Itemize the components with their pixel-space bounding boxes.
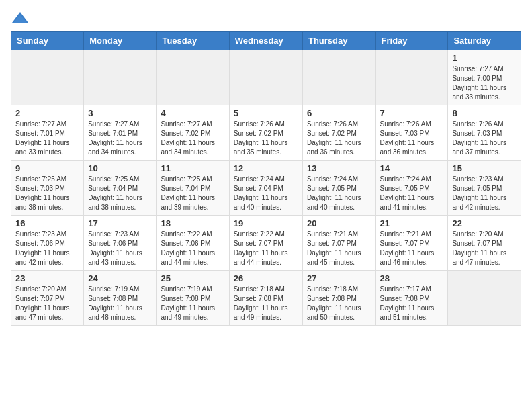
day-cell: 23Sunrise: 7:20 AMSunset: 7:07 PMDayligh… xyxy=(11,271,84,326)
day-info: Sunrise: 7:27 AMSunset: 7:00 PMDaylight:… xyxy=(452,64,517,102)
day-number: 15 xyxy=(452,163,517,173)
week-row-4: 16Sunrise: 7:23 AMSunset: 7:06 PMDayligh… xyxy=(11,216,521,271)
day-cell: 8Sunrise: 7:26 AMSunset: 7:03 PMDaylight… xyxy=(448,105,521,161)
day-number: 1 xyxy=(452,53,517,63)
header-sunday: Sunday xyxy=(11,32,84,50)
day-cell: 3Sunrise: 7:27 AMSunset: 7:01 PMDaylight… xyxy=(84,105,157,161)
day-number: 13 xyxy=(307,163,371,173)
day-number: 14 xyxy=(380,163,444,173)
header-monday: Monday xyxy=(84,32,157,50)
day-number: 7 xyxy=(380,108,444,118)
week-row-3: 9Sunrise: 7:25 AMSunset: 7:03 PMDaylight… xyxy=(11,161,521,216)
day-info: Sunrise: 7:24 AMSunset: 7:04 PMDaylight:… xyxy=(234,175,298,212)
day-number: 23 xyxy=(15,273,79,283)
day-number: 21 xyxy=(380,218,444,228)
day-cell xyxy=(84,50,157,105)
day-cell: 18Sunrise: 7:22 AMSunset: 7:06 PMDayligh… xyxy=(157,216,229,271)
day-number: 27 xyxy=(307,273,371,283)
day-info: Sunrise: 7:27 AMSunset: 7:01 PMDaylight:… xyxy=(88,120,152,157)
day-number: 4 xyxy=(161,108,224,118)
day-number: 11 xyxy=(161,163,224,173)
day-info: Sunrise: 7:19 AMSunset: 7:08 PMDaylight:… xyxy=(88,285,152,322)
day-number: 17 xyxy=(88,218,152,228)
day-cell xyxy=(157,50,229,105)
day-info: Sunrise: 7:26 AMSunset: 7:03 PMDaylight:… xyxy=(452,120,517,157)
day-info: Sunrise: 7:21 AMSunset: 7:07 PMDaylight:… xyxy=(380,230,444,267)
week-row-5: 23Sunrise: 7:20 AMSunset: 7:07 PMDayligh… xyxy=(11,271,521,326)
day-cell xyxy=(11,50,84,105)
day-number: 8 xyxy=(452,108,517,118)
day-number: 12 xyxy=(234,163,298,173)
day-cell: 12Sunrise: 7:24 AMSunset: 7:04 PMDayligh… xyxy=(229,161,302,216)
day-info: Sunrise: 7:20 AMSunset: 7:07 PMDaylight:… xyxy=(15,285,79,322)
day-cell: 4Sunrise: 7:27 AMSunset: 7:02 PMDaylight… xyxy=(157,105,229,161)
day-info: Sunrise: 7:26 AMSunset: 7:03 PMDaylight:… xyxy=(380,120,444,157)
day-info: Sunrise: 7:23 AMSunset: 7:06 PMDaylight:… xyxy=(15,230,79,267)
day-info: Sunrise: 7:24 AMSunset: 7:05 PMDaylight:… xyxy=(307,175,371,212)
day-cell: 7Sunrise: 7:26 AMSunset: 7:03 PMDaylight… xyxy=(375,105,448,161)
day-number: 20 xyxy=(307,218,371,228)
header-friday: Friday xyxy=(375,32,448,50)
day-cell: 20Sunrise: 7:21 AMSunset: 7:07 PMDayligh… xyxy=(302,216,375,271)
logo xyxy=(11,11,32,26)
day-number: 2 xyxy=(15,108,79,118)
day-info: Sunrise: 7:25 AMSunset: 7:04 PMDaylight:… xyxy=(161,175,224,212)
day-number: 3 xyxy=(88,108,152,118)
day-cell xyxy=(229,50,302,105)
day-cell: 17Sunrise: 7:23 AMSunset: 7:06 PMDayligh… xyxy=(84,216,157,271)
day-info: Sunrise: 7:24 AMSunset: 7:05 PMDaylight:… xyxy=(380,175,444,212)
header-thursday: Thursday xyxy=(302,32,375,50)
day-cell: 26Sunrise: 7:18 AMSunset: 7:08 PMDayligh… xyxy=(229,271,302,326)
day-cell: 21Sunrise: 7:21 AMSunset: 7:07 PMDayligh… xyxy=(375,216,448,271)
day-number: 26 xyxy=(234,273,298,283)
day-cell: 24Sunrise: 7:19 AMSunset: 7:08 PMDayligh… xyxy=(84,271,157,326)
day-cell: 10Sunrise: 7:25 AMSunset: 7:04 PMDayligh… xyxy=(84,161,157,216)
day-number: 19 xyxy=(234,218,298,228)
day-info: Sunrise: 7:18 AMSunset: 7:08 PMDaylight:… xyxy=(234,285,298,322)
day-cell: 19Sunrise: 7:22 AMSunset: 7:07 PMDayligh… xyxy=(229,216,302,271)
day-info: Sunrise: 7:22 AMSunset: 7:07 PMDaylight:… xyxy=(234,230,298,267)
day-number: 18 xyxy=(161,218,224,228)
header-tuesday: Tuesday xyxy=(157,32,229,50)
day-cell: 2Sunrise: 7:27 AMSunset: 7:01 PMDaylight… xyxy=(11,105,84,161)
day-cell xyxy=(375,50,448,105)
week-row-1: 1Sunrise: 7:27 AMSunset: 7:00 PMDaylight… xyxy=(11,50,521,105)
day-cell: 25Sunrise: 7:19 AMSunset: 7:08 PMDayligh… xyxy=(157,271,229,326)
day-cell: 1Sunrise: 7:27 AMSunset: 7:00 PMDaylight… xyxy=(448,50,521,105)
week-row-2: 2Sunrise: 7:27 AMSunset: 7:01 PMDaylight… xyxy=(11,105,521,161)
day-cell: 13Sunrise: 7:24 AMSunset: 7:05 PMDayligh… xyxy=(302,161,375,216)
day-info: Sunrise: 7:27 AMSunset: 7:01 PMDaylight:… xyxy=(15,120,79,157)
day-number: 9 xyxy=(15,163,79,173)
day-number: 22 xyxy=(452,218,517,228)
day-number: 24 xyxy=(88,273,152,283)
day-info: Sunrise: 7:19 AMSunset: 7:08 PMDaylight:… xyxy=(161,285,224,322)
day-cell: 14Sunrise: 7:24 AMSunset: 7:05 PMDayligh… xyxy=(375,161,448,216)
header-saturday: Saturday xyxy=(448,32,521,50)
day-cell: 22Sunrise: 7:20 AMSunset: 7:07 PMDayligh… xyxy=(448,216,521,271)
day-cell xyxy=(448,271,521,326)
day-info: Sunrise: 7:22 AMSunset: 7:06 PMDaylight:… xyxy=(161,230,224,267)
day-cell: 27Sunrise: 7:18 AMSunset: 7:08 PMDayligh… xyxy=(302,271,375,326)
day-cell xyxy=(302,50,375,105)
calendar-header-row: SundayMondayTuesdayWednesdayThursdayFrid… xyxy=(11,32,521,50)
header-wednesday: Wednesday xyxy=(229,32,302,50)
day-cell: 5Sunrise: 7:26 AMSunset: 7:02 PMDaylight… xyxy=(229,105,302,161)
day-info: Sunrise: 7:26 AMSunset: 7:02 PMDaylight:… xyxy=(234,120,298,157)
day-cell: 16Sunrise: 7:23 AMSunset: 7:06 PMDayligh… xyxy=(11,216,84,271)
day-info: Sunrise: 7:26 AMSunset: 7:02 PMDaylight:… xyxy=(307,120,371,157)
day-info: Sunrise: 7:20 AMSunset: 7:07 PMDaylight:… xyxy=(452,230,517,267)
day-number: 16 xyxy=(15,218,79,228)
day-cell: 28Sunrise: 7:17 AMSunset: 7:08 PMDayligh… xyxy=(375,271,448,326)
day-info: Sunrise: 7:21 AMSunset: 7:07 PMDaylight:… xyxy=(307,230,371,267)
day-number: 28 xyxy=(380,273,444,283)
day-cell: 6Sunrise: 7:26 AMSunset: 7:02 PMDaylight… xyxy=(302,105,375,161)
day-info: Sunrise: 7:23 AMSunset: 7:06 PMDaylight:… xyxy=(88,230,152,267)
day-info: Sunrise: 7:25 AMSunset: 7:03 PMDaylight:… xyxy=(15,175,79,212)
day-cell: 11Sunrise: 7:25 AMSunset: 7:04 PMDayligh… xyxy=(157,161,229,216)
logo-icon xyxy=(11,11,30,26)
day-number: 10 xyxy=(88,163,152,173)
day-info: Sunrise: 7:17 AMSunset: 7:08 PMDaylight:… xyxy=(380,285,444,322)
day-cell: 9Sunrise: 7:25 AMSunset: 7:03 PMDaylight… xyxy=(11,161,84,216)
day-info: Sunrise: 7:25 AMSunset: 7:04 PMDaylight:… xyxy=(88,175,152,212)
day-number: 5 xyxy=(234,108,298,118)
